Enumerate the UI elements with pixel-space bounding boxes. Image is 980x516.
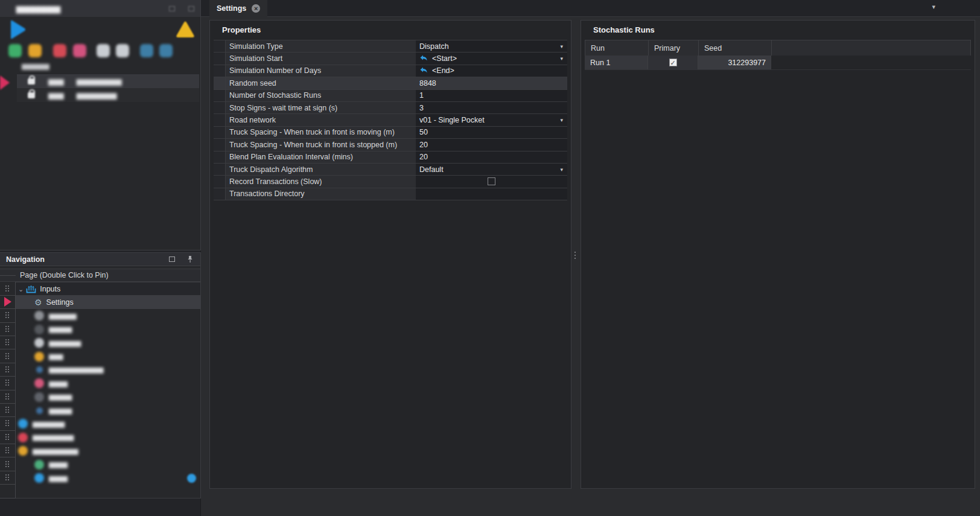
- icon-blue-1-icon[interactable]: [140, 44, 153, 57]
- property-value-cell[interactable]: Dispatch▾: [416, 40, 567, 52]
- drag-handle-icon[interactable]: [5, 447, 10, 454]
- drag-handle-icon[interactable]: [5, 366, 10, 373]
- primary-checkbox[interactable]: ✓: [669, 59, 677, 66]
- nav-row: ▆▆▆▆▆: [0, 390, 200, 404]
- nav-item-redacted-6[interactable]: ▆▆▆▆: [16, 377, 200, 390]
- nav-row: ▆▆▆▆▆▆▆▆▆▆: [0, 444, 200, 457]
- property-label: Simulation Type: [226, 40, 416, 52]
- column-header-primary[interactable]: Primary: [649, 40, 699, 56]
- record-transactions-checkbox[interactable]: [488, 177, 495, 185]
- property-value-cell[interactable]: Default▾: [416, 164, 567, 175]
- run-scenario-icon[interactable]: [8, 19, 27, 40]
- row-indent: [214, 90, 226, 101]
- icon-light-2-icon[interactable]: [116, 44, 129, 57]
- item-icon: [34, 460, 44, 470]
- scenario-list-item[interactable]: ▆▆▆▆▆▆▆▆▆▆▆: [17, 88, 199, 102]
- drag-handle-icon[interactable]: [5, 326, 10, 333]
- nav-item-redacted-8[interactable]: ▆▆▆▆▆: [16, 404, 200, 417]
- pin-icon[interactable]: [187, 255, 193, 263]
- run-cell[interactable]: Run 1: [585, 56, 648, 69]
- drag-handle-icon[interactable]: [5, 420, 10, 427]
- icon-green-icon[interactable]: [8, 44, 22, 57]
- page-header-row: Page (Double Click to Pin): [0, 269, 200, 282]
- drag-handle-icon[interactable]: [5, 339, 10, 346]
- maximize-icon[interactable]: [169, 256, 175, 262]
- drag-handle-icon[interactable]: [5, 393, 10, 400]
- tab-bar: Settings × ▾: [201, 0, 980, 17]
- nav-item-redacted-11[interactable]: ▆▆▆▆▆▆▆▆▆▆: [16, 444, 200, 457]
- column-header-run[interactable]: Run: [585, 40, 649, 56]
- row-indent: [214, 188, 226, 200]
- nav-item-redacted-4[interactable]: ▆▆▆: [16, 349, 200, 363]
- property-value-text: v01 - Single Pocket: [419, 116, 485, 124]
- nav-item-redacted-10[interactable]: ▆▆▆▆▆▆▆▆▆: [16, 431, 200, 444]
- drag-handle-icon[interactable]: [5, 353, 10, 360]
- scenarios-panel-title: ▆▆▆▆▆▆▆▆: [16, 4, 60, 13]
- seed-cell[interactable]: 312293977: [698, 56, 771, 69]
- property-row: Road networkv01 - Single Pocket▾: [214, 114, 567, 126]
- nav-item-inputs[interactable]: ⌄Inputs: [16, 282, 200, 295]
- icon-orange-icon[interactable]: [28, 44, 42, 57]
- property-value-cell[interactable]: 20: [416, 151, 567, 163]
- drag-handle-icon[interactable]: [5, 380, 10, 386]
- nav-row: ▆▆▆▆▆▆▆▆▆▆▆▆: [0, 363, 200, 377]
- dropdown-caret-icon[interactable]: ▾: [560, 167, 563, 173]
- scenario-list-item[interactable]: ▆▆▆▆▆▆▆▆▆▆▆▆: [17, 74, 199, 88]
- scenarios-panel: ▆▆▆▆▆▆▆▆ ▆▆▆▆▆▆ ▆▆▆▆▆▆▆▆▆▆▆▆▆▆▆▆▆▆▆▆▆▆▆: [0, 0, 201, 250]
- nav-item-redacted-5[interactable]: ▆▆▆▆▆▆▆▆▆▆▆▆: [16, 363, 200, 377]
- dropdown-caret-icon[interactable]: ▾: [560, 43, 563, 49]
- nav-item-redacted-3[interactable]: ▆▆▆▆▆▆▆: [16, 336, 200, 349]
- drag-handle-icon[interactable]: [5, 407, 10, 413]
- pin-icon[interactable]: [188, 6, 194, 11]
- icon-light-1-icon[interactable]: [97, 44, 110, 57]
- property-value-cell[interactable]: [416, 176, 567, 187]
- chevron-down-icon[interactable]: ⌄: [18, 286, 24, 292]
- maximize-icon[interactable]: [169, 6, 175, 11]
- property-value-cell[interactable]: v01 - Single Pocket▾: [416, 114, 567, 126]
- nav-item-redacted-9[interactable]: ▆▆▆▆▆▆▆: [16, 417, 200, 430]
- dropdown-caret-icon[interactable]: ▾: [560, 117, 563, 123]
- nav-item-redacted-12[interactable]: ▆▆▆▆: [16, 457, 200, 471]
- icon-red-icon[interactable]: [53, 44, 66, 57]
- nav-item-redacted-13[interactable]: ▆▆▆▆: [16, 471, 200, 485]
- nav-item-redacted-2[interactable]: ▆▆▆▆▆: [16, 323, 200, 336]
- tab-overflow-caret-icon[interactable]: ▾: [932, 3, 935, 11]
- dropdown-caret-icon[interactable]: ▾: [560, 56, 563, 62]
- drag-handle-icon[interactable]: [5, 474, 10, 481]
- scenario-label-redacted: ▆▆▆: [48, 91, 63, 100]
- drag-handle-icon[interactable]: [5, 285, 10, 292]
- drag-handle-icon[interactable]: [5, 312, 10, 319]
- warning-icon: [176, 21, 195, 39]
- table-row[interactable]: Run 1✓312293977: [585, 56, 971, 70]
- stochastic-runs-title: Stochastic Runs: [581, 21, 975, 39]
- close-tab-icon[interactable]: ×: [252, 4, 260, 13]
- status-icon: [187, 474, 196, 483]
- drag-handle-icon[interactable]: [5, 434, 10, 441]
- property-label: Truck Spacing - When truck in front is m…: [226, 127, 416, 138]
- column-header-seed[interactable]: Seed: [699, 40, 772, 56]
- property-value-cell[interactable]: <End>: [416, 65, 567, 77]
- property-value-cell[interactable]: 50: [416, 127, 567, 138]
- property-value-cell[interactable]: 20: [416, 139, 567, 150]
- property-value-cell[interactable]: <Start>▾: [416, 53, 567, 64]
- splitter-handle[interactable]: [574, 252, 576, 261]
- nav-row: ▆▆▆: [0, 349, 200, 363]
- drag-handle-icon[interactable]: [5, 461, 10, 468]
- property-value-text: 20: [419, 153, 428, 161]
- property-value-cell[interactable]: 3: [416, 102, 567, 113]
- nav-item-redacted-1[interactable]: ▆▆▆▆▆▆: [16, 309, 200, 322]
- icon-pink-icon[interactable]: [73, 44, 86, 57]
- nav-item-label: ▆▆▆: [49, 352, 62, 360]
- property-row: Transactions Directory: [214, 188, 567, 200]
- nav-item-settings[interactable]: ⚙Settings: [16, 296, 200, 309]
- property-value-cell[interactable]: 8848: [416, 77, 567, 89]
- nav-item-redacted-7[interactable]: ▆▆▆▆▆: [16, 390, 200, 404]
- icon-blue-2-icon[interactable]: [159, 44, 173, 57]
- gutter-cell: [0, 444, 16, 457]
- property-value-cell[interactable]: 1: [416, 90, 567, 101]
- item-icon: [34, 311, 44, 320]
- nav-row-empty: [0, 485, 200, 498]
- property-value-cell[interactable]: [416, 188, 567, 200]
- tab-settings[interactable]: Settings ×: [209, 0, 267, 17]
- property-value-text: 50: [419, 128, 428, 136]
